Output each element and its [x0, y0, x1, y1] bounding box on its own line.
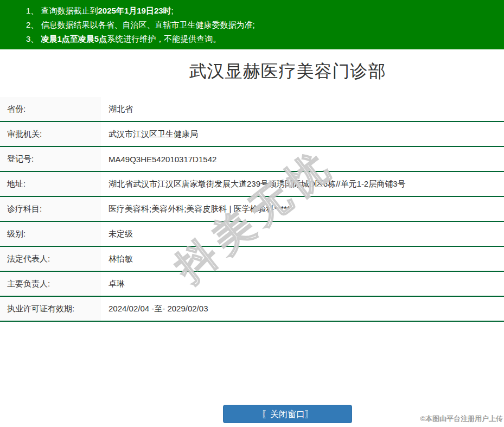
- row-value: 卓琳: [101, 272, 504, 296]
- row-label: 法定代表人:: [0, 247, 101, 271]
- notice-3-prefix: 3、: [26, 34, 41, 43]
- table-row-license-validity: 执业许可证有效期: 2024/02/04 -至- 2029/02/03: [0, 297, 504, 322]
- row-label: 审批机关:: [0, 122, 101, 146]
- row-value: 2024/02/04 -至- 2029/02/03: [101, 297, 504, 321]
- page-content: 1、 查询数据截止到2025年1月19日23时; 2、 信息数据结果以各省、自治…: [0, 0, 504, 423]
- table-row-approval-authority: 审批机关: 武汉市江汉区卫生健康局: [0, 122, 504, 147]
- row-label: 省份:: [0, 97, 101, 121]
- notice-line-1: 1、 查询数据截止到2025年1月19日23时;: [26, 4, 504, 18]
- row-label: 级别:: [0, 222, 101, 246]
- row-label: 执业许可证有效期:: [0, 297, 101, 321]
- copyright-note: ©本图由平台注册用户上传: [420, 414, 503, 424]
- row-value: 医疗美容科;美容外科;美容皮肤科 | 医学检验科******: [101, 197, 504, 221]
- notice-3-suffix: 系统进行维护，不能提供查询。: [107, 34, 221, 43]
- notice-3-bold: 凌晨1点至凌晨5点: [41, 34, 107, 43]
- row-value: MA49Q3HE542010317D1542: [101, 147, 504, 171]
- notice-1-suffix: ;: [171, 6, 174, 15]
- table-row-principal: 主要负责人: 卓琳: [0, 272, 504, 297]
- page-viewport: 1、 查询数据截止到2025年1月19日23时; 2、 信息数据结果以各省、自治…: [0, 0, 504, 427]
- row-label: 诊疗科目:: [0, 197, 101, 221]
- notice-2-prefix: 2、 信息数据结果以各省、自治区、直辖市卫生健康委数据为准;: [26, 20, 255, 29]
- institution-detail-table: 省份: 湖北省 审批机关: 武汉市江汉区卫生健康局 登记号: MA49Q3HE5…: [0, 97, 504, 322]
- table-row-level: 级别: 未定级: [0, 222, 504, 247]
- notice-banner: 1、 查询数据截止到2025年1月19日23时; 2、 信息数据结果以各省、自治…: [0, 0, 504, 49]
- row-value: 林怡敏: [101, 247, 504, 271]
- row-value: 湖北省: [101, 97, 504, 121]
- row-label: 地址:: [0, 172, 101, 196]
- notice-line-2: 2、 信息数据结果以各省、自治区、直辖市卫生健康委数据为准;: [26, 18, 504, 32]
- row-label: 主要负责人:: [0, 272, 101, 296]
- table-row-medical-subjects: 诊疗科目: 医疗美容科;美容外科;美容皮肤科 | 医学检验科******: [0, 197, 504, 222]
- notice-1-prefix: 1、 查询数据截止到: [26, 6, 98, 15]
- row-value: 湖北省武汉市江汉区唐家墩街发展大道239号顶琇国际城D区6栋//单元1-2层商铺…: [101, 172, 504, 196]
- row-label: 登记号:: [0, 147, 101, 171]
- page-title: 武汉显赫医疗美容门诊部: [0, 57, 504, 85]
- notice-line-3: 3、 凌晨1点至凌晨5点系统进行维护，不能提供查询。: [26, 32, 504, 46]
- table-row-province: 省份: 湖北省: [0, 97, 504, 122]
- row-value: 武汉市江汉区卫生健康局: [101, 122, 504, 146]
- notice-1-bold: 2025年1月19日23时: [98, 6, 171, 15]
- close-window-button[interactable]: 〖关闭窗口〗: [223, 405, 352, 423]
- table-row-legal-representative: 法定代表人: 林怡敏: [0, 247, 504, 272]
- table-row-registration-number: 登记号: MA49Q3HE542010317D1542: [0, 147, 504, 172]
- table-row-address: 地址: 湖北省武汉市江汉区唐家墩街发展大道239号顶琇国际城D区6栋//单元1-…: [0, 172, 504, 197]
- row-value: 未定级: [101, 222, 504, 246]
